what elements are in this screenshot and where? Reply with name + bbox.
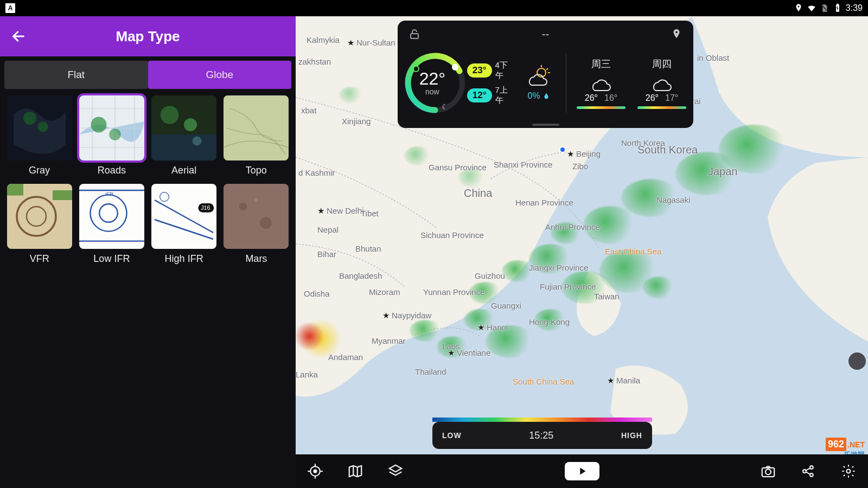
sidebar: Map Type Flat Globe Gray Roads [0, 16, 296, 488]
watermark: 962.NET [826, 438, 865, 451]
cloud-icon [589, 73, 614, 91]
share-button[interactable] [799, 461, 818, 481]
map-type-mars[interactable]: Mars [222, 184, 290, 265]
map-label: Henan Province [515, 198, 573, 207]
droplet-icon [542, 92, 550, 100]
time-legend[interactable]: LOW 15:25 HIGH [432, 422, 652, 449]
map-label: Taiwan [594, 292, 620, 301]
svg-text:☾: ☾ [442, 102, 449, 111]
forecast-day-2[interactable]: 周四 26°17° [636, 57, 688, 109]
svg-point-49 [847, 470, 851, 473]
map-type-gray[interactable]: Gray [5, 95, 73, 176]
play-button[interactable] [565, 462, 599, 480]
map-label: East China Sea [605, 247, 661, 256]
map-canvas[interactable]: KalmykiazakhstanNur-SultanxbatXinjiangd … [296, 16, 868, 488]
settings-button[interactable] [839, 461, 858, 481]
map-label: Vientiane [448, 348, 490, 358]
map-mode-button[interactable] [346, 461, 365, 481]
battery-charge-icon [833, 3, 843, 13]
low-pill: 12° [467, 88, 492, 102]
map-label: South China Sea [513, 377, 574, 386]
map-label: d Kashmir [298, 168, 335, 177]
svg-point-29 [260, 217, 272, 229]
map-label: Nur-Sultan [347, 38, 395, 48]
tab-flat[interactable]: Flat [4, 61, 148, 89]
map-type-high-ifr[interactable]: J16 High IFR [150, 184, 218, 265]
map-label: Myanmar [372, 336, 406, 345]
floating-button[interactable] [848, 352, 866, 370]
map-label: zakhstan [298, 57, 331, 66]
svg-point-11 [161, 106, 179, 124]
no-sim-icon [820, 3, 829, 13]
camera-button[interactable] [758, 461, 778, 481]
svg-line-40 [546, 68, 548, 70]
map-label: Naypyidaw [382, 311, 431, 320]
map-label: Guizhou [475, 271, 505, 280]
map-label: in Oblast [697, 53, 729, 62]
map-label: Anhui Province [545, 222, 600, 232]
map-label: Yunnan Province [423, 287, 484, 297]
map-type-topo[interactable]: Topo [222, 95, 290, 176]
map-type-low-ifr[interactable]: IFR Low IFR [78, 184, 145, 265]
svg-point-8 [109, 129, 121, 140]
locate-button[interactable] [305, 461, 325, 481]
map-label: Gansu Province [429, 163, 487, 172]
legend-gradient [432, 418, 652, 422]
svg-point-5 [37, 121, 48, 132]
svg-text:J16: J16 [201, 204, 210, 211]
map-label: Nepal [317, 225, 339, 234]
svg-point-36 [452, 64, 458, 70]
sun-cloud-icon [525, 65, 552, 89]
map-label: Nagasaki [656, 195, 691, 204]
weather-widget: -- ☾ [398, 21, 693, 128]
map-label: Japan [708, 165, 738, 178]
map-label: North Korea [621, 138, 665, 147]
svg-rect-10 [151, 134, 216, 160]
map-label: Lanka [296, 370, 318, 379]
map-label: Thailand [415, 367, 446, 376]
svg-point-43 [314, 470, 317, 473]
svg-point-35 [413, 66, 419, 72]
lock-icon[interactable] [407, 27, 422, 41]
map-label: Mizoram [369, 287, 400, 297]
cloud-icon [649, 73, 674, 91]
forecast-day-1[interactable]: 周三 26°16° [575, 57, 627, 109]
map-label: Bangladesh [339, 271, 382, 280]
tab-globe[interactable]: Globe [148, 61, 292, 89]
map-label: Xinjiang [342, 117, 371, 126]
map-toolbar [296, 454, 868, 488]
svg-point-33 [675, 31, 678, 34]
svg-text:IFR: IFR [105, 191, 114, 197]
svg-rect-27 [224, 184, 289, 249]
svg-point-45 [765, 469, 771, 474]
map-label: Odisha [304, 289, 330, 298]
map-label: Sichuan Province [420, 230, 484, 240]
svg-point-7 [91, 117, 106, 133]
svg-point-4 [23, 112, 36, 125]
clock-text: 3:39 [846, 3, 863, 13]
location-icon [794, 3, 803, 13]
map-label: Guangxi [491, 301, 521, 310]
svg-point-0 [797, 6, 799, 8]
wifi-icon [807, 3, 816, 13]
map-type-roads[interactable]: Roads [78, 95, 145, 176]
map-label: Jiangxi Province [529, 263, 588, 272]
back-button[interactable] [8, 25, 29, 47]
map-type-aerial[interactable]: Aerial [150, 95, 218, 176]
map-label: Hanoi [477, 323, 508, 332]
svg-point-28 [239, 203, 247, 210]
map-label: Tibet [361, 209, 379, 218]
sidebar-title: Map Type [29, 28, 288, 45]
svg-rect-2 [837, 4, 838, 5]
layers-button[interactable] [386, 461, 405, 481]
drag-handle[interactable] [532, 124, 559, 126]
map-label: Bhutan [355, 244, 381, 253]
map-label: xbat [301, 106, 316, 115]
map-label: China [464, 187, 492, 200]
pin-icon[interactable] [669, 27, 684, 41]
map-label: Manila [607, 376, 640, 386]
svg-rect-18 [7, 184, 23, 196]
map-label: Kalmykia [307, 35, 340, 44]
map-label: Bihar [317, 249, 336, 259]
map-type-vfr[interactable]: VFR [5, 184, 73, 265]
